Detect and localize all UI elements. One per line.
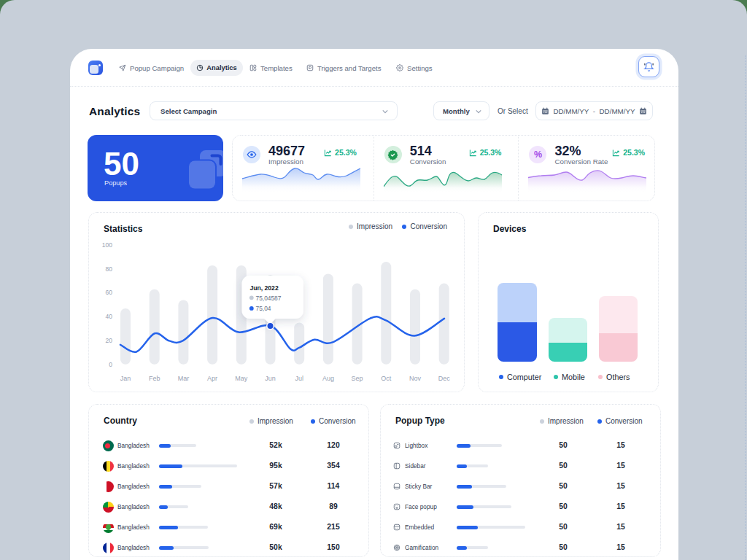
svg-text:40: 40: [106, 313, 113, 320]
svg-text:Jun, 2022: Jun, 2022: [250, 284, 279, 292]
svg-text:20: 20: [106, 337, 113, 344]
svg-text:Jan: Jan: [120, 375, 131, 382]
svg-text:100: 100: [102, 241, 112, 249]
svg-text:Feb: Feb: [149, 375, 160, 382]
svg-text:Jul: Jul: [295, 375, 303, 382]
svg-text:75,04: 75,04: [256, 305, 271, 312]
svg-text:80: 80: [106, 265, 113, 273]
svg-text:0: 0: [109, 361, 112, 368]
svg-text:Oct: Oct: [381, 375, 392, 382]
svg-text:Nov: Nov: [409, 375, 422, 382]
svg-text:Jun: Jun: [265, 375, 276, 382]
svg-text:Apr: Apr: [207, 375, 217, 382]
svg-text:60: 60: [106, 289, 113, 296]
svg-text:Dec: Dec: [438, 375, 451, 382]
svg-text:Mar: Mar: [178, 375, 190, 382]
svg-text:Sep: Sep: [352, 375, 363, 382]
svg-text:May: May: [235, 375, 248, 382]
svg-text:Aug: Aug: [322, 375, 334, 382]
svg-text:75,04587: 75,04587: [256, 295, 282, 302]
